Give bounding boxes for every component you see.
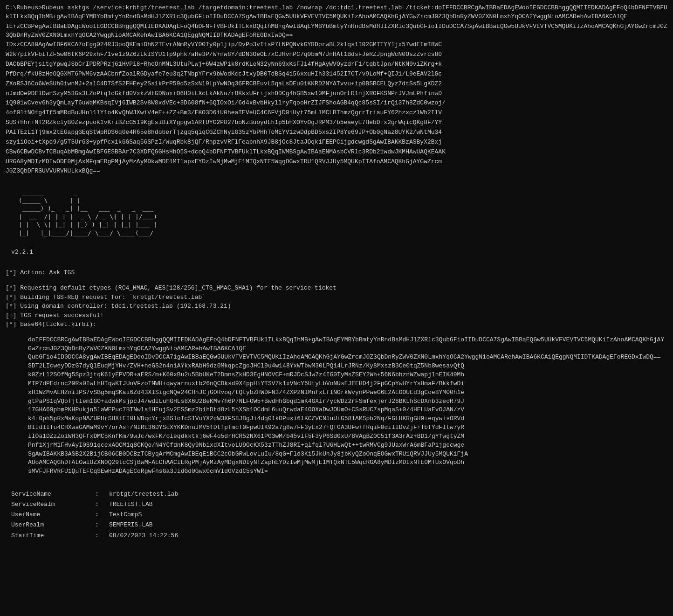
command-line-16: J0Z3QbDFRSUVVURVNULkxBQg==	[6, 167, 667, 176]
starttime-sep: :	[95, 531, 109, 541]
terminal: C:\Rubeus>Rubeus asktgs /service:krbtgt/…	[0, 0, 673, 545]
info-line-1: [*] Requesting default etypes (RC4_HMAC,…	[6, 284, 667, 293]
service-realm-row: ServiceRealm : TREETEST.LAB	[11, 499, 667, 510]
info-line-4: [+] TGS request successful!	[6, 311, 667, 320]
starttime-value: 08/02/2023 14:22:56	[109, 531, 178, 541]
command-line-15: URGA8yMDIzMDIwODE0MjAxMFqmERgPMjAyMzAyMD…	[6, 158, 667, 166]
username-row: UserName : TestComp$	[11, 510, 667, 520]
info-line-2: [*] Building TGS-REQ request for: `krbtg…	[6, 293, 667, 302]
service-info-table: ServiceName : krbtgt/treetest.lab Servic…	[11, 489, 667, 540]
action-line: [*] Action: Ask TGS	[6, 268, 667, 277]
starttime-row: StartTime : 08/02/2023 14:22:56	[11, 531, 667, 541]
command-line-12: PAlTEzL1Tj9mx2tEGapgGEqStWpRDS6q0e4R65e8…	[6, 128, 667, 137]
base64-ticket-block: doIFFDCCBRCgAwIBBaEDAgEWooIEGDCCBBhggQQM…	[28, 336, 667, 477]
username-sep: :	[95, 510, 109, 520]
userrealm-row: UserRealm : SEMPERIS.LAB	[11, 520, 667, 530]
command-line-8: nJmdOe9DElDwnSzyM53Gs3LZoPtq1cGkfd0VxkzW…	[6, 90, 667, 98]
command-line-11: SUS+hhr+NT2RZkclyB0ZezpuoK1vKriBZcG519Kg…	[6, 118, 667, 127]
service-name-value: krbtgt/treetest.lab	[109, 489, 178, 499]
ascii-art-logo: ______ _ (_____ \ | | _____) )_ _| |__ _…	[11, 188, 667, 237]
service-name-sep: :	[95, 489, 109, 499]
blank-line-2	[6, 239, 667, 245]
service-realm-key: ServiceRealm	[11, 499, 95, 510]
command-line: C:\Rubeus>Rubeus asktgs /service:krbtgt/…	[6, 4, 667, 21]
userrealm-value: SEMPERIS.LAB	[109, 520, 153, 530]
blank-line-5	[6, 329, 667, 336]
service-name-row: ServiceName : krbtgt/treetest.lab	[11, 489, 667, 499]
version-label: v2.2.1	[11, 248, 667, 256]
command-line-4: W2k7plkVFbITZF5w06tK6P29xhF/1ve1z9Z6zLkI…	[6, 50, 667, 59]
command-line-7: ZXoRSJ6Co6WeSUh0iwnMJ+2alC4D7SfS2FHEey2S…	[6, 80, 667, 89]
userrealm-sep: :	[95, 520, 109, 530]
userrealm-key: UserRealm	[11, 520, 95, 530]
command-line-14: CBw6CBwDCBvTCBuqAbMBmgAwIBF6ESBBAr7C3XDF…	[6, 148, 667, 157]
info-line-5: [*] base64(ticket.kirbi):	[6, 320, 667, 329]
starttime-key: StartTime	[11, 531, 95, 541]
blank-line-4	[6, 277, 667, 284]
service-name-key: ServiceName	[11, 489, 95, 499]
username-key: UserName	[11, 510, 95, 520]
blank-line-6	[6, 476, 667, 483]
blank-line-3	[6, 262, 667, 268]
command-line-10: 4of0ltNOtg4Tf5mMRdBuUHnl1lY1o4KvQhWJXwiV…	[6, 109, 667, 118]
blank-line-1	[6, 177, 667, 183]
service-realm-value: TREETEST.LAB	[109, 499, 153, 510]
command-line-9: 1Q901wCvev6h3yQmLayT6uWqMKBsqIVj6IWB2Sv8…	[6, 99, 667, 108]
command-line-3: IDxzCCA80AgAwIBF6KCA7oEgg024RJ3poQKEmiDh…	[6, 41, 667, 49]
info-line-3: [*] Using domain controller: tdc1.treete…	[6, 302, 667, 311]
command-line-13: szy1iOoi+tXpo9/g5TSUr63+ypfPcxik6GSaq56S…	[6, 138, 667, 147]
command-line-6: PfDrq/fkU8zHeOQGXMT6PWM6vzAACbnfZoalRGDy…	[6, 70, 667, 79]
service-realm-sep: :	[95, 499, 109, 510]
username-value: TestComp$	[109, 510, 142, 520]
command-line-5: DACbBPEYjsitgYpwqJSbCrIPDRPRzj61HVPl8+Rh…	[6, 60, 667, 69]
command-line-2: IE+zCCBPegAwIBBaEDAgEWooIEGDCCBBhggQQMII…	[6, 22, 667, 40]
